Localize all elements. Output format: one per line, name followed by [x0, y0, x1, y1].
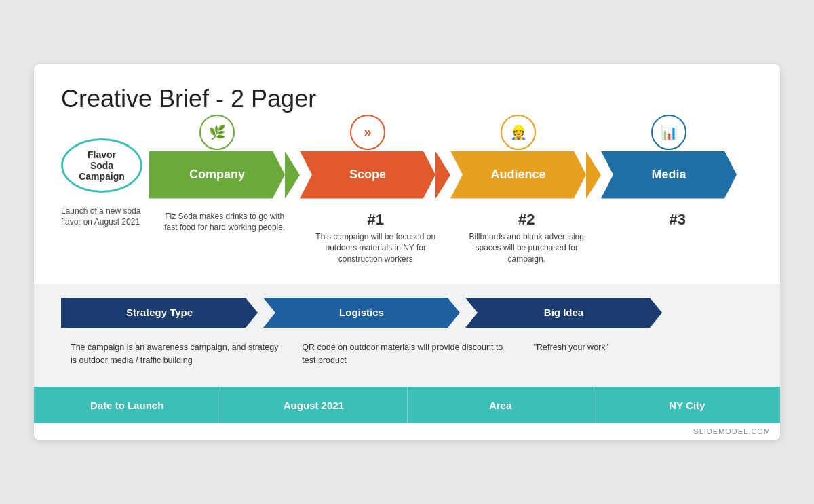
scope-icon-circle: » — [350, 115, 385, 150]
desc-item-company: Fiz Soda makes drinks to go with fast fo… — [149, 206, 301, 271]
slide-mid: Strategy Type Logistics Big Idea The cam… — [34, 284, 780, 387]
flow-section: FlavorSodaCampaign 🌿 Company » Scope — [61, 132, 753, 199]
desc-section: Launch of a new soda flavor on August 20… — [61, 206, 753, 271]
media-icon: 📊 — [661, 124, 678, 140]
media-box: Media — [601, 151, 737, 199]
bottom-area-label: Area — [408, 387, 594, 423]
bottom-date-value: August 2021 — [220, 387, 407, 423]
desc-item-media: #3 — [602, 206, 754, 271]
media-icon-circle: 📊 — [651, 115, 686, 150]
audience-box: Audience — [450, 151, 586, 199]
media-label: Media — [651, 168, 686, 182]
company-icon: 🌿 — [209, 124, 226, 140]
flow-start-label: FlavorSodaCampaign — [79, 149, 125, 182]
audience-icon-circle: 👷 — [501, 115, 536, 150]
strategy-content: The campaign is an awareness campaign, a… — [61, 334, 753, 374]
slide-title: Creative Brief - 2 Pager — [61, 85, 753, 113]
flow-item-scope: » Scope — [300, 132, 435, 199]
company-label: Company — [189, 168, 245, 182]
logistics-text: QR code on outdoor materials will provid… — [302, 341, 511, 367]
slide-bottom: Date to Launch August 2021 Area NY City — [34, 387, 780, 423]
slide: Creative Brief - 2 Pager FlavorSodaCampa… — [34, 64, 780, 440]
desc-items: Fiz Soda makes drinks to go with fast fo… — [149, 206, 753, 271]
audience-number: #2 — [461, 211, 593, 229]
slide-top: Creative Brief - 2 Pager FlavorSodaCampa… — [34, 64, 780, 284]
start-description: Launch of a new soda flavor on August 20… — [61, 206, 142, 229]
media-number: #3 — [612, 211, 744, 229]
scope-label: Scope — [349, 168, 386, 182]
bottom-area-value: NY City — [594, 387, 780, 423]
company-desc: Fiz Soda makes drinks to go with fast fo… — [159, 211, 291, 234]
big-idea-header: Big Idea — [465, 298, 662, 328]
strategy-type-header: Strategy Type — [61, 298, 258, 328]
strategy-type-content: The campaign is an awareness campaign, a… — [61, 334, 290, 374]
logistics-content: QR code on outdoor materials will provid… — [292, 334, 521, 374]
logistics-header: Logistics — [263, 298, 460, 328]
audience-desc: Billboards and blank advertising spaces … — [461, 231, 593, 265]
big-idea-text: "Refresh your work" — [534, 341, 743, 354]
audience-label: Audience — [490, 168, 545, 182]
strategy-header: Strategy Type Logistics Big Idea — [61, 298, 753, 328]
desc-item-audience: #2 Billboards and blank advertising spac… — [451, 206, 602, 271]
bottom-date-label: Date to Launch — [34, 387, 220, 423]
flow-item-audience: 👷 Audience — [450, 132, 586, 199]
scope-box: Scope — [300, 151, 435, 199]
big-idea-content: "Refresh your work" — [524, 334, 753, 374]
flow-item-company: 🌿 Company — [149, 132, 285, 199]
company-icon-circle: 🌿 — [199, 115, 235, 150]
connector-audience — [586, 151, 601, 199]
strategy-type-text: The campaign is an awareness campaign, a… — [71, 341, 280, 367]
audience-icon: 👷 — [510, 124, 527, 140]
scope-icon: » — [364, 124, 371, 140]
flow-start-circle: FlavorSodaCampaign — [61, 138, 142, 193]
connector-company — [285, 151, 300, 199]
scope-number: #1 — [310, 211, 442, 229]
flow-item-media: 📊 Media — [601, 132, 737, 199]
company-box: Company — [149, 151, 285, 199]
desc-item-scope: #1 This campaign will be focused on outd… — [301, 206, 452, 271]
connector-scope — [435, 151, 450, 199]
desc-left: Launch of a new soda flavor on August 20… — [61, 206, 149, 271]
scope-desc: This campaign will be focused on outdoor… — [310, 231, 442, 265]
watermark: SLIDEMODEL.COM — [34, 423, 780, 440]
